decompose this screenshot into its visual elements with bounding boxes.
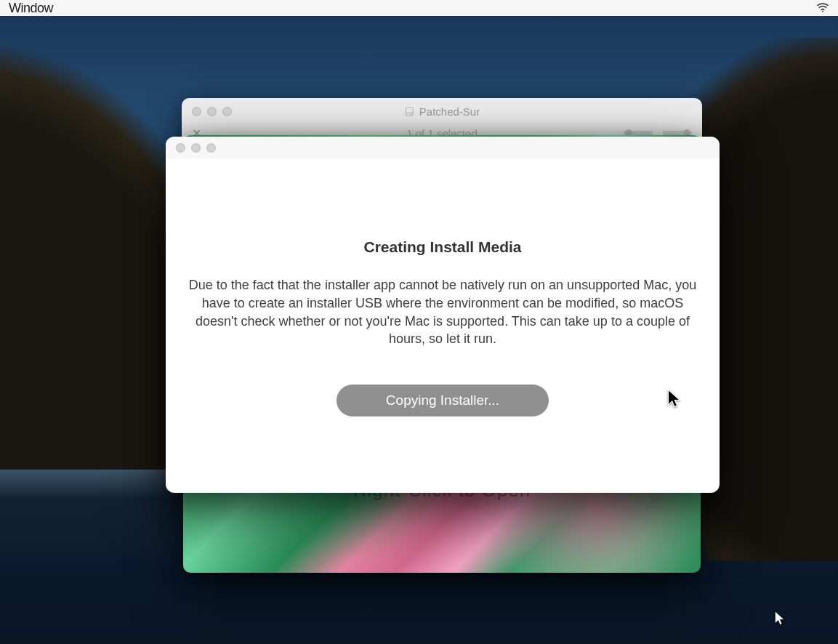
menubar-menu-item[interactable]: Window	[9, 1, 53, 16]
progress-button-label: Copying Installer...	[386, 393, 499, 408]
finder-window-title: Patched-Sur	[404, 105, 480, 118]
wifi-icon[interactable]	[816, 2, 829, 15]
menubar: Window	[0, 0, 838, 16]
dialog-heading: Creating Install Media	[180, 238, 705, 256]
cursor-icon	[666, 389, 684, 414]
svg-point-3	[411, 113, 412, 114]
disk-icon	[404, 106, 415, 117]
minimize-icon[interactable]	[191, 143, 201, 153]
patched-sur-dialog: Creating Install Media Due to the fact t…	[166, 137, 720, 493]
cursor-icon	[774, 611, 787, 631]
dialog-content: Creating Install Media Due to the fact t…	[166, 158, 720, 416]
finder-traffic-lights	[192, 107, 232, 116]
zoom-icon[interactable]	[206, 143, 216, 153]
dialog-titlebar[interactable]	[166, 137, 720, 158]
zoom-icon[interactable]	[222, 107, 232, 116]
copying-installer-button[interactable]: Copying Installer...	[337, 385, 549, 416]
minimize-icon[interactable]	[207, 107, 217, 116]
svg-point-0	[822, 10, 823, 12]
dialog-traffic-lights	[176, 143, 216, 153]
finder-titlebar[interactable]: Patched-Sur	[182, 98, 702, 124]
finder-title-text: Patched-Sur	[419, 105, 480, 118]
dialog-body-text: Due to the fact that the installer app c…	[181, 276, 704, 348]
close-icon[interactable]	[192, 107, 201, 116]
close-icon[interactable]	[176, 143, 185, 153]
